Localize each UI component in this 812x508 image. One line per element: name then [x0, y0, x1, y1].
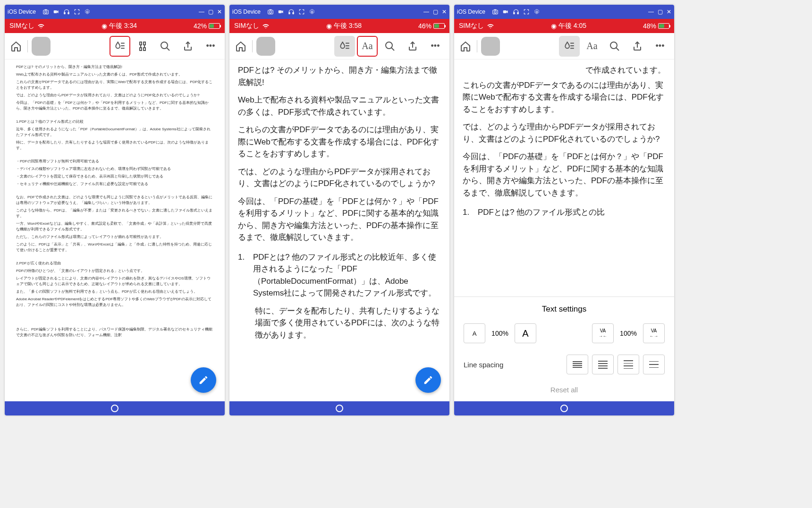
svg-point-31: [610, 42, 617, 49]
expand-icon[interactable]: [298, 8, 305, 15]
font-size-decrease[interactable]: A: [464, 323, 485, 343]
minimize-button[interactable]: —: [423, 8, 429, 15]
time-label: 午後 4:05: [558, 22, 586, 30]
titlebar-icons: [42, 8, 91, 15]
titlebar: iOS Device — ▢ ✕: [454, 5, 674, 19]
sim-status: SIMなし: [234, 22, 259, 30]
home-button[interactable]: [233, 39, 248, 54]
char-spacing-value: 100%: [617, 330, 639, 337]
app-toolbar: •••: [5, 33, 225, 59]
search-button[interactable]: [380, 36, 400, 57]
char-spacing-decrease[interactable]: VA→←: [592, 323, 614, 343]
line-spacing-1[interactable]: [567, 355, 588, 374]
svg-rect-15: [293, 12, 294, 14]
list-number: 1.: [238, 251, 247, 299]
share-button[interactable]: [627, 36, 648, 57]
reset-all-button[interactable]: Reset all: [464, 386, 665, 394]
camera-icon[interactable]: [492, 8, 499, 15]
camera-icon[interactable]: [42, 8, 49, 15]
liquid-mode-button[interactable]: [559, 36, 580, 57]
nav-home-button[interactable]: [111, 405, 118, 412]
liquid-mode-button[interactable]: [110, 36, 130, 57]
more-button[interactable]: •••: [200, 36, 221, 57]
more-button[interactable]: •••: [425, 36, 446, 57]
statusbar: SIMなし ◉午後 3:34 42%: [5, 19, 225, 33]
svg-line-21: [391, 48, 394, 51]
wifi-icon: [262, 22, 270, 30]
titlebar: iOS Device — ▢ ✕: [5, 5, 225, 19]
video-icon[interactable]: [278, 8, 284, 15]
svg-line-10: [167, 48, 169, 51]
content-area[interactable]: PDFとは? そのメリットから、開き方・編集方法まで徹底解説! Web上で配布さ…: [229, 59, 449, 401]
battery-label: 46%: [418, 22, 431, 30]
font-size-increase[interactable]: A: [515, 323, 536, 343]
line-spacing-3[interactable]: [617, 355, 639, 374]
doc-b: ・セキュリティ機能や圧縮機能など、ファイル共有に必要な設定が可能である: [16, 181, 213, 187]
clock-icon: ◉: [102, 22, 107, 30]
line-spacing-4[interactable]: [643, 355, 665, 374]
content-area[interactable]: で作成されています。 これらの文書がPDFデータであるのには理由があり、実際にW…: [454, 59, 674, 401]
doc-p: Adobe Acrobat ReaderやPDFelementをはじめとするPD…: [16, 296, 213, 308]
nav-home-button[interactable]: [560, 405, 568, 412]
content-area[interactable]: PDFとは? そのメリットから、開き方・編集方法まで徹底解説! Web上で配布さ…: [5, 59, 225, 401]
wifi-icon: [487, 22, 494, 30]
doc-p: 一方、WordやExcelなどは、編集しやすく、書式設定も柔軟で、「文書作成」や…: [16, 221, 213, 232]
svg-point-1: [45, 11, 47, 13]
headset-icon[interactable]: [513, 8, 519, 15]
video-icon[interactable]: [53, 8, 59, 15]
gear-icon[interactable]: [533, 8, 540, 15]
home-button[interactable]: [458, 39, 473, 54]
reader-button[interactable]: [132, 36, 153, 57]
doc-p: では、どのような理由からPDFデータが採用されており、文書はどのようにPDF化さ…: [16, 93, 213, 98]
doc-p: Web上で配布される資料や製品マニュアルといった文書の多くは、PDF形式で作成さ…: [238, 94, 441, 118]
gear-icon[interactable]: [84, 8, 91, 15]
text-settings-button[interactable]: Aa: [582, 36, 602, 57]
titlebar-title: iOS Device: [8, 8, 36, 15]
wifi-icon: [37, 22, 45, 30]
liquid-mode-button[interactable]: [334, 36, 355, 57]
edit-fab[interactable]: [415, 367, 441, 393]
share-button[interactable]: [178, 36, 198, 57]
expand-icon[interactable]: [74, 8, 80, 15]
statusbar: SIMなし ◉午後 4:05 48%: [454, 19, 674, 33]
svg-point-16: [311, 11, 313, 13]
doc-thumbnail[interactable]: [256, 37, 275, 56]
doc-thumbnail[interactable]: [481, 37, 500, 56]
camera-icon[interactable]: [267, 8, 274, 15]
line-spacing-2[interactable]: [592, 355, 614, 374]
edit-fab[interactable]: [191, 367, 216, 393]
android-navbar: [229, 401, 449, 415]
font-size-value: 100%: [489, 330, 511, 337]
expand-icon[interactable]: [523, 8, 530, 15]
share-button[interactable]: [402, 36, 423, 57]
minimize-button[interactable]: —: [648, 8, 654, 15]
separator: [477, 40, 477, 52]
doc-thumbnail[interactable]: [32, 37, 51, 56]
char-spacing-increase[interactable]: VA←→: [643, 323, 665, 343]
maximize-button[interactable]: ▢: [658, 8, 663, 15]
battery-icon: [433, 23, 445, 29]
headset-icon[interactable]: [63, 8, 70, 15]
list-text: PDFとは? 他のファイル形式との比較近年、多く使用されるようになった「PDF（…: [253, 251, 441, 299]
text-settings-button[interactable]: Aa: [357, 36, 378, 57]
window-controls: — ▢ ✕: [199, 8, 222, 15]
gear-icon[interactable]: [309, 8, 315, 15]
more-button[interactable]: •••: [650, 36, 670, 57]
search-button[interactable]: [155, 36, 176, 57]
video-icon[interactable]: [502, 8, 509, 15]
svg-point-12: [270, 11, 272, 13]
headset-icon[interactable]: [288, 8, 295, 15]
minimize-button[interactable]: —: [199, 8, 204, 15]
close-button[interactable]: ✕: [667, 8, 671, 15]
maximize-button[interactable]: ▢: [208, 8, 213, 15]
close-button[interactable]: ✕: [217, 8, 222, 15]
doc-h: 1.PDFとは？他のファイル形式との比較: [16, 119, 213, 125]
doc-p: なお、PDFで作成された文書は、どのような環境でも同じように閲覧できるという点が…: [16, 195, 213, 206]
home-button[interactable]: [8, 39, 24, 54]
doc-p: このように、PDFは「表示」と「共有」、WordやExcelは「編集」と「作成」…: [16, 242, 213, 253]
maximize-button[interactable]: ▢: [433, 8, 438, 15]
close-button[interactable]: ✕: [442, 8, 447, 15]
nav-home-button[interactable]: [336, 405, 343, 412]
search-button[interactable]: [604, 36, 625, 57]
time-label: 午後 3:34: [109, 22, 137, 30]
